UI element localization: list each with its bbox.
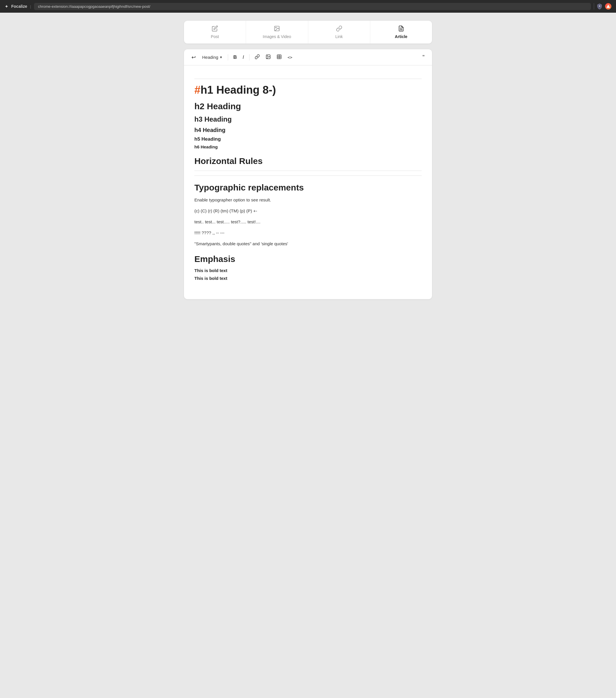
italic-icon: I xyxy=(243,55,244,60)
image-button[interactable] xyxy=(264,53,273,62)
toolbar-divider-2 xyxy=(249,54,249,60)
post-icon xyxy=(212,25,218,32)
tab-link-label: Link xyxy=(336,34,343,39)
tab-images-video[interactable]: Images & Video xyxy=(246,21,308,43)
chevron-down-icon: ▾ xyxy=(220,55,222,59)
focalize-icon: ✦ xyxy=(5,4,8,9)
bold-text-1: This is bold text xyxy=(194,268,422,273)
tab-post-label: Post xyxy=(211,34,219,39)
heading-select[interactable]: Heading ▾ xyxy=(200,54,224,61)
tab-images-video-label: Images & Video xyxy=(263,34,291,39)
link-button[interactable] xyxy=(253,53,262,62)
undo-button[interactable]: ↩ xyxy=(190,53,197,62)
h4-heading: h4 Heading xyxy=(194,127,422,134)
h5-heading: h5 Heading xyxy=(194,136,422,142)
link-icon xyxy=(336,25,342,32)
browser-chrome: ✦ Focalize | chrome-extension://iaaapapc… xyxy=(0,0,616,13)
hr-2 xyxy=(194,176,422,176)
h1-heading: #h1 Heading 8-) xyxy=(194,84,422,97)
svg-point-1 xyxy=(276,27,276,28)
editor-body[interactable]: #h1 Heading 8-) h2 Heading h3 Heading h4… xyxy=(184,66,432,299)
tab-article[interactable]: Article xyxy=(370,21,432,43)
vertical-separator xyxy=(594,3,594,10)
emphasis-heading: Emphasis xyxy=(194,254,422,264)
images-video-icon xyxy=(274,25,280,32)
typographic-heading: Typographic replacements xyxy=(194,183,422,193)
article-icon xyxy=(398,25,404,32)
tab-bar: Post Images & Video Link xyxy=(184,21,432,43)
horizontal-rules-section: Horizontal Rules xyxy=(194,156,422,176)
image-icon xyxy=(265,54,271,60)
typo-line-4: !!!!! ???? ,, -- --- xyxy=(194,229,422,236)
link-icon-toolbar xyxy=(255,54,260,60)
tab-article-label: Article xyxy=(395,34,408,39)
typo-line-3: test.. test... test..... test?..... test… xyxy=(194,219,422,225)
top-divider xyxy=(194,79,422,79)
quote-button[interactable]: " xyxy=(421,53,426,62)
svg-point-5 xyxy=(267,56,268,56)
typo-line-1: Enable typographer option to see result. xyxy=(194,197,422,204)
heading-select-label: Heading xyxy=(202,55,218,60)
emphasis-section: Emphasis This is bold text This is bold … xyxy=(194,254,422,281)
typo-line-2: (c) (C) (r) (R) (tm) (TM) (p) (P) +- xyxy=(194,208,422,214)
url-separator: | xyxy=(30,4,31,9)
bold-text-2: This is bold text xyxy=(194,276,422,281)
toolbar-divider-1 xyxy=(228,54,228,60)
notification-badge[interactable] xyxy=(605,3,611,10)
h6-heading: h6 Heading xyxy=(194,144,422,149)
tab-link[interactable]: Link xyxy=(308,21,370,43)
italic-button[interactable]: I xyxy=(241,53,246,61)
editor-container: ↩ Heading ▾ B I xyxy=(184,49,432,299)
h3-heading: h3 Heading xyxy=(194,115,422,123)
browser-actions xyxy=(594,3,611,10)
table-icon xyxy=(276,54,282,60)
typographic-section: Typographic replacements Enable typograp… xyxy=(194,183,422,247)
headings-section: #h1 Heading 8-) h2 Heading h3 Heading h4… xyxy=(194,84,422,149)
undo-icon: ↩ xyxy=(191,54,196,60)
bold-icon: B xyxy=(233,55,237,60)
code-icon: <> xyxy=(288,55,292,60)
url-bar[interactable]: chrome-extension://iaaapapcogpgaoaaeanpi… xyxy=(34,3,591,10)
code-button[interactable]: <> xyxy=(286,54,294,61)
bold-button[interactable]: B xyxy=(232,53,238,61)
h1-text: h1 Heading 8-) xyxy=(201,84,276,96)
editor-toolbar: ↩ Heading ▾ B I xyxy=(184,49,432,66)
brave-shield-icon[interactable] xyxy=(597,3,603,10)
h2-heading: h2 Heading xyxy=(194,101,422,111)
quote-icon: " xyxy=(423,54,425,60)
page-content: Post Images & Video Link xyxy=(178,13,438,307)
tab-post[interactable]: Post xyxy=(184,21,246,43)
table-button[interactable] xyxy=(275,53,284,62)
typo-line-5: "Smartypants, double quotes" and 'single… xyxy=(194,240,422,247)
app-name: Focalize xyxy=(11,4,27,9)
h1-hash: # xyxy=(194,84,201,96)
horizontal-rules-heading: Horizontal Rules xyxy=(194,156,422,166)
